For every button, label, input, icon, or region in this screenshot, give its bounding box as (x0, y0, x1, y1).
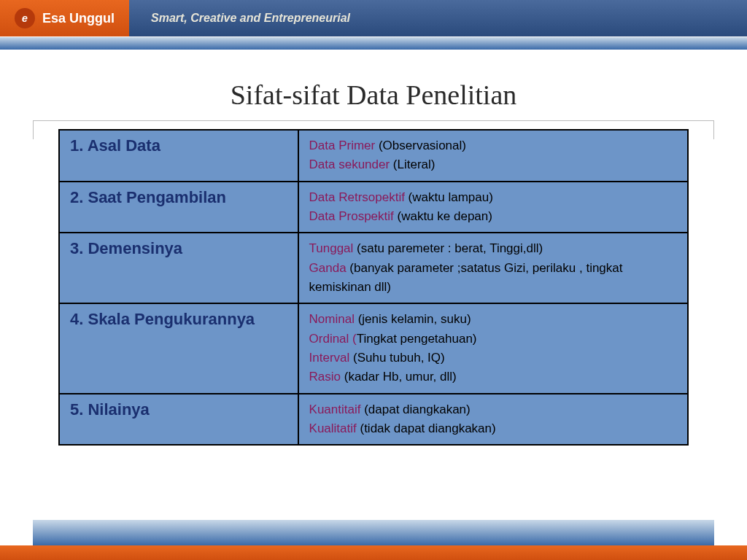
desc-text: (Suhu tubuh, IQ) (349, 351, 444, 365)
detail-line: Rasio (kadar Hb, umur, dll) (309, 368, 677, 386)
term-text: Nominal (309, 312, 355, 326)
properties-table: 1. Asal DataData Primer (Observasional)D… (58, 129, 689, 446)
table-row: 2. Saat PengambilanData Retrsopektif (wa… (59, 182, 688, 233)
category-cell: 1. Asal Data (59, 130, 298, 182)
detail-line: Data Retrsopektif (waktu lampau) (309, 188, 677, 207)
detail-line: Nominal (jenis kelamin, suku) (309, 310, 677, 329)
desc-text: (waktu lampau) (405, 190, 493, 204)
details-cell: Data Retrsopektif (waktu lampau)Data Pro… (298, 182, 688, 233)
term-text: Ganda (309, 261, 347, 275)
category-cell: 5. Nilainya (59, 394, 298, 446)
desc-text: (Observasional) (375, 139, 466, 152)
term-text: Data Prospektif (309, 209, 394, 223)
term-text: Kualitatif (309, 421, 357, 435)
category-cell: 2. Saat Pengambilan (59, 182, 298, 233)
logo-icon: e (15, 8, 35, 28)
details-cell: Data Primer (Observasional)Data sekunder… (298, 130, 688, 182)
table-row: 3. DemensinyaTunggal (satu paremeter : b… (59, 233, 688, 303)
term-text: Data sekunder (309, 158, 390, 171)
category-cell: 4. Skala Pengukurannya (59, 303, 298, 393)
term-text: Interval (309, 351, 350, 365)
details-cell: Tunggal (satu paremeter : berat, Tinggi,… (298, 233, 688, 303)
detail-line: Tunggal (satu paremeter : berat, Tinggi,… (309, 239, 677, 258)
category-cell: 3. Demensinya (59, 233, 298, 303)
table-row: 4. Skala PengukurannyaNominal (jenis kel… (59, 303, 688, 393)
logo-letter: e (22, 12, 28, 24)
term-text: Kuantitaif (309, 402, 361, 416)
footer-bottom (0, 545, 747, 560)
detail-line: Kualitatif (tidak dapat diangkakan) (309, 419, 677, 438)
table-row: 5. NilainyaKuantitaif (dapat diangkakan)… (59, 394, 688, 446)
desc-text: (banyak parameter ;satatus Gizi, perilak… (309, 261, 623, 294)
page-title: Sifat-sifat Data Penelitian (0, 79, 747, 111)
desc-text: (dapat diangkakan) (360, 402, 470, 416)
details-cell: Nominal (jenis kelamin, suku)Ordinal (Ti… (298, 303, 688, 393)
header-stripe (0, 36, 747, 50)
term-text: Rasio (309, 370, 341, 384)
brand-logo: e Esa Unggul (0, 0, 129, 36)
header-bar: e Esa Unggul Smart, Creative and Entrepr… (0, 0, 747, 36)
detail-line: Data sekunder (Literal) (309, 155, 677, 174)
desc-text: (Literal) (390, 158, 435, 171)
details-cell: Kuantitaif (dapat diangkakan)Kualitatif … (298, 394, 688, 446)
detail-line: Ganda (banyak parameter ;satatus Gizi, p… (309, 259, 677, 298)
detail-line: Data Prospektif (waktu ke depan) (309, 207, 677, 226)
footer-bar (0, 520, 747, 560)
desc-text: (satu paremeter : berat, Tinggi,dll) (353, 241, 543, 255)
term-text: Data Retrsopektif (309, 190, 405, 204)
desc-text: (tidak dapat diangkakan) (357, 421, 496, 435)
footer-stripe (33, 520, 714, 545)
term-text: Tunggal (309, 241, 354, 255)
table-row: 1. Asal DataData Primer (Observasional)D… (59, 130, 688, 182)
term-text: Data Primer (309, 139, 376, 152)
desc-text: (kadar Hb, umur, dll) (341, 370, 457, 384)
detail-line: Ordinal (Tingkat pengetahuan) (309, 330, 677, 349)
detail-line: Kuantitaif (dapat diangkakan) (309, 400, 677, 419)
detail-line: Interval (Suhu tubuh, IQ) (309, 349, 677, 368)
brand-name: Esa Unggul (42, 11, 115, 26)
tagline: Smart, Creative and Entrepreneurial (151, 12, 350, 25)
table-wrap: 1. Asal DataData Primer (Observasional)D… (58, 129, 689, 446)
desc-text: (waktu ke depan) (394, 209, 492, 223)
desc-text: Tingkat pengetahuan) (357, 332, 477, 346)
desc-text: (jenis kelamin, suku) (355, 312, 471, 326)
detail-line: Data Primer (Observasional) (309, 136, 677, 155)
term-text: Ordinal ( (309, 332, 357, 346)
